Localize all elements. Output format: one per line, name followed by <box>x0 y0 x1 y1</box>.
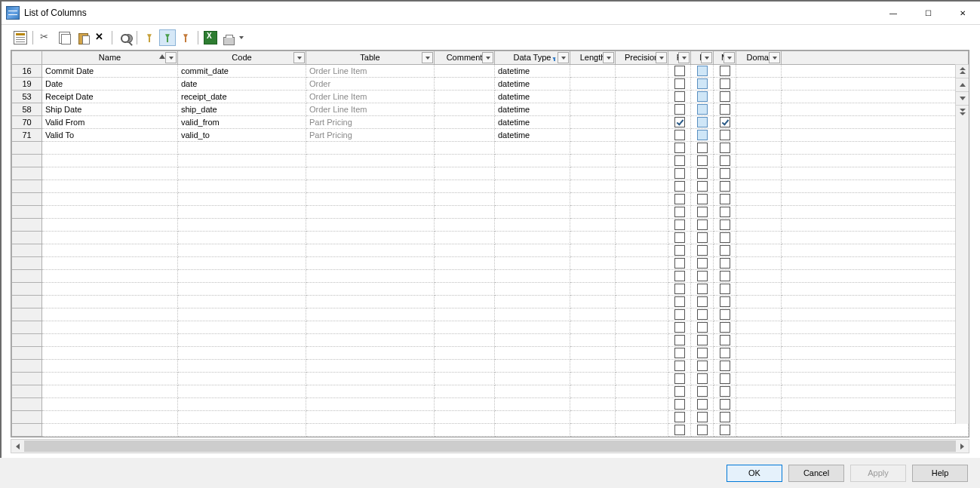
row-number[interactable] <box>12 206 42 219</box>
scroll-up-button-2[interactable] <box>956 78 969 91</box>
cell-f[interactable] <box>691 65 714 78</box>
scroll-left-button[interactable] <box>11 440 24 453</box>
find-button[interactable] <box>116 29 133 46</box>
checkbox[interactable] <box>720 386 730 397</box>
cell-m[interactable] <box>714 78 736 91</box>
f-filter-dropdown[interactable] <box>701 52 712 63</box>
checkbox[interactable] <box>720 271 730 281</box>
apply-button[interactable]: Apply <box>850 465 906 482</box>
table-row-empty[interactable] <box>12 244 969 257</box>
checkbox[interactable] <box>674 91 685 102</box>
checkbox[interactable] <box>697 373 708 384</box>
cell-code[interactable]: date <box>178 78 306 91</box>
table-row-empty[interactable] <box>12 206 969 219</box>
cell-f[interactable] <box>691 129 714 142</box>
cell-precision[interactable] <box>616 78 668 91</box>
cell-domain[interactable] <box>736 78 782 91</box>
row-number[interactable] <box>12 180 42 193</box>
paste-button[interactable] <box>73 29 90 46</box>
cell-p[interactable] <box>668 65 691 78</box>
cell-domain[interactable] <box>736 65 782 78</box>
comment-filter-dropdown[interactable] <box>482 52 493 63</box>
row-number[interactable] <box>12 270 42 283</box>
scroll-page-up-button[interactable] <box>956 64 969 78</box>
checkbox[interactable] <box>720 207 730 217</box>
checkbox[interactable] <box>720 284 730 294</box>
m-filter-dropdown[interactable] <box>723 52 735 63</box>
filter-tool-button[interactable] <box>177 29 194 46</box>
checkbox[interactable] <box>697 322 708 333</box>
datatype-filter-dropdown[interactable] <box>558 52 569 63</box>
checkbox[interactable] <box>697 348 708 358</box>
customize-filter-button[interactable] <box>141 29 158 46</box>
table-row-empty[interactable] <box>12 437 969 438</box>
checkbox[interactable] <box>674 271 685 281</box>
checkbox[interactable] <box>697 104 708 115</box>
checkbox[interactable] <box>674 322 685 333</box>
checkbox[interactable] <box>697 91 708 102</box>
cell-name[interactable]: Date <box>42 78 178 91</box>
table-row-empty[interactable] <box>12 347 969 360</box>
cell-comment[interactable] <box>435 65 495 78</box>
checkbox[interactable] <box>697 66 708 76</box>
table-row-empty[interactable] <box>12 411 969 424</box>
table-row-empty[interactable] <box>12 373 969 385</box>
table-row-empty[interactable] <box>12 360 969 373</box>
cell-code[interactable]: valid_from <box>178 116 306 129</box>
checkbox[interactable] <box>674 104 685 115</box>
checkbox[interactable] <box>674 412 685 422</box>
precision-header[interactable]: Precision <box>616 51 668 65</box>
row-number[interactable] <box>12 296 42 308</box>
print-dropdown[interactable] <box>238 29 244 46</box>
table-row-empty[interactable] <box>12 219 969 232</box>
checkbox[interactable] <box>697 207 708 217</box>
checkbox[interactable] <box>720 322 730 333</box>
checkbox[interactable] <box>697 117 708 127</box>
checkbox[interactable] <box>697 155 708 166</box>
row-number[interactable] <box>12 373 42 385</box>
checkbox[interactable] <box>697 219 708 230</box>
cell-m[interactable] <box>714 65 736 78</box>
checkbox[interactable] <box>697 78 708 89</box>
comment-header[interactable]: Comment <box>435 51 495 65</box>
checkbox[interactable] <box>720 348 730 358</box>
row-number[interactable] <box>12 219 42 232</box>
cell-domain[interactable] <box>736 129 782 142</box>
row-number[interactable] <box>12 142 42 155</box>
maximize-button[interactable]: ☐ <box>911 2 945 24</box>
row-number[interactable] <box>12 398 42 411</box>
cell-length[interactable] <box>570 91 616 103</box>
columns-grid[interactable]: Name Code Table Comment Data Type Length… <box>11 51 969 437</box>
row-number[interactable]: 71 <box>12 129 42 142</box>
cell-m[interactable] <box>714 129 736 142</box>
row-number[interactable] <box>12 244 42 257</box>
checkbox[interactable] <box>674 232 685 243</box>
help-button[interactable]: Help <box>912 465 968 482</box>
enable-filter-button[interactable] <box>159 29 176 46</box>
checkbox[interactable] <box>697 425 708 435</box>
checkbox[interactable] <box>720 258 730 269</box>
row-number[interactable] <box>12 385 42 398</box>
checkbox[interactable] <box>720 245 730 256</box>
cell-f[interactable] <box>691 116 714 129</box>
cell-comment[interactable] <box>435 116 495 129</box>
checkbox[interactable] <box>720 425 730 435</box>
checkbox[interactable] <box>697 271 708 281</box>
checkbox[interactable] <box>720 361 730 371</box>
table-row-empty[interactable] <box>12 283 969 296</box>
print-button[interactable] <box>220 29 237 46</box>
checkbox[interactable] <box>697 335 708 345</box>
checkbox[interactable] <box>720 219 730 230</box>
cell-f[interactable] <box>691 78 714 91</box>
delete-button[interactable] <box>91 29 108 46</box>
checkbox[interactable] <box>674 373 685 384</box>
cell-comment[interactable] <box>435 91 495 103</box>
cell-domain[interactable] <box>736 103 782 116</box>
cell-table[interactable]: Order Line Item <box>306 103 435 116</box>
rownum-header[interactable] <box>12 51 42 65</box>
cell-table[interactable]: Order Line Item <box>306 65 435 78</box>
checkbox[interactable] <box>720 104 730 115</box>
checkbox[interactable] <box>674 130 685 140</box>
cell-precision[interactable] <box>616 65 668 78</box>
checkbox[interactable] <box>720 232 730 243</box>
